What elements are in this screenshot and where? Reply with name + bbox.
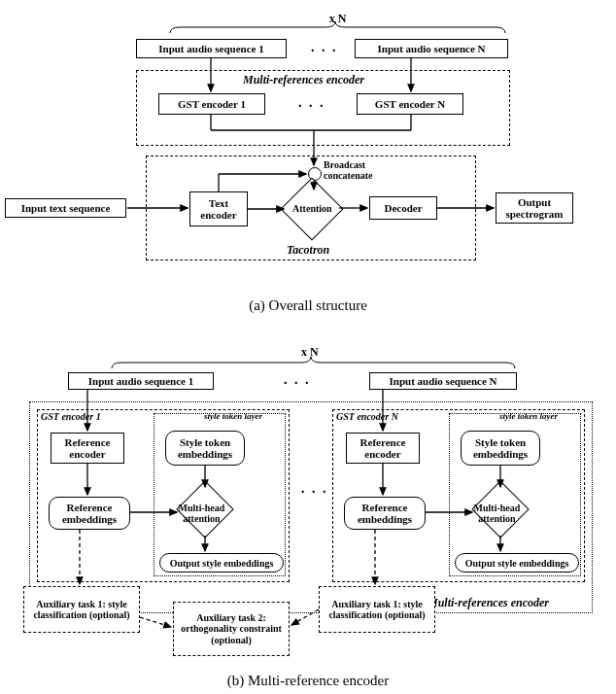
dots-inputs-a: . . .	[311, 40, 338, 55]
output-spectrogram: Output spectrogram	[496, 192, 573, 224]
xn-label-b: x N	[301, 345, 319, 360]
aux-task-2: Auxiliary task 2: orthogonality constrai…	[173, 602, 290, 656]
page: x N Input audio sequence 1 . . . Input a…	[0, 0, 616, 694]
style-token-emb-n: Style token embeddings	[461, 431, 540, 466]
input-audio-n-b: Input audio sequence N	[369, 372, 517, 390]
xn-label-a: x N	[170, 12, 505, 29]
decoder: Decoder	[369, 196, 437, 220]
caption-b: (b) Multi-reference encoder	[0, 673, 616, 689]
input-audio-1-b: Input audio sequence 1	[68, 372, 214, 390]
gst-encoder-1-label: GST encoder 1	[41, 411, 101, 422]
input-audio-n: Input audio sequence N	[355, 39, 508, 58]
aux-task-1-left: Auxiliary task 1: style classification (…	[23, 586, 140, 633]
gst-encoder-n: GST encoder N	[357, 93, 463, 115]
input-text: Input text sequence	[5, 198, 126, 218]
style-token-layer-n-label: style token layer	[499, 411, 558, 421]
multi-ref-encoder-label-b: Multi-references encoder	[428, 596, 549, 610]
input-audio-1: Input audio sequence 1	[136, 39, 287, 58]
figure-b: x N Input audio sequence 1 . . . Input a…	[19, 345, 602, 676]
text-encoder: Text encoder	[189, 191, 248, 226]
ref-emb-n: Reference embeddings	[344, 497, 426, 530]
tacotron-label: Tacotron	[287, 243, 329, 258]
svg-line-25	[140, 617, 171, 627]
style-token-emb-1: Style token embeddings	[165, 431, 245, 466]
multi-ref-encoder-label-a: Multi-references encoder	[243, 73, 364, 87]
dots-inputs-b: . . .	[284, 372, 311, 388]
multihead-1-label: Multi-head attention	[160, 503, 242, 524]
ref-encoder-1: Reference encoder	[51, 433, 124, 464]
figure-a: x N Input audio sequence 1 . . . Input a…	[44, 12, 568, 284]
style-token-layer-1-label: style token layer	[204, 411, 262, 421]
attention-label: Attention	[271, 203, 353, 214]
gst-encoder-n-label: GST encoder N	[336, 411, 398, 422]
aux-task-1-right: Auxiliary task 1: style classification (…	[319, 586, 435, 633]
out-style-1: Output style embeddings	[159, 553, 284, 573]
broadcast-label: Broadcast concatenate	[324, 159, 392, 181]
caption-a: (a) Overall structure	[0, 297, 616, 314]
dots-gst: . . .	[298, 95, 325, 111]
out-style-n: Output style embeddings	[455, 553, 579, 573]
multihead-n-label: Multi-head attention	[456, 503, 537, 524]
ref-emb-1: Reference embeddings	[49, 497, 130, 530]
gst-encoder-1: GST encoder 1	[158, 93, 265, 115]
ref-encoder-n: Reference encoder	[346, 433, 420, 464]
dots-mid-b: . . .	[301, 481, 328, 497]
